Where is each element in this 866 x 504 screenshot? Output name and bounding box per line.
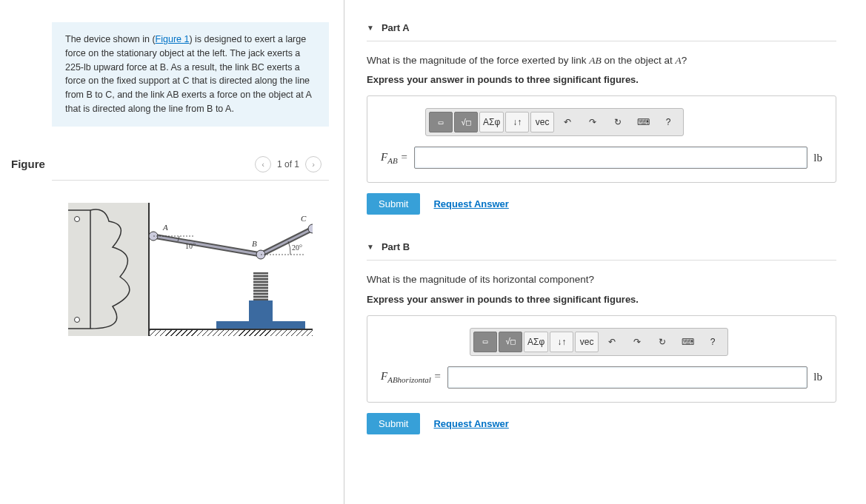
request-answer-link-b[interactable]: Request Answer: [433, 418, 508, 429]
part-b-instruction: Express your answer in pounds to three s…: [367, 294, 836, 305]
redo-button[interactable]: ↷: [581, 112, 604, 132]
answer-variable-b: FABhorizontal =: [381, 370, 442, 384]
figure-title: Figure: [11, 158, 45, 170]
caret-down-icon: ▼: [367, 24, 374, 32]
figure-prev-button[interactable]: ‹: [255, 156, 271, 172]
templates-button[interactable]: ▭: [429, 112, 453, 132]
keyboard-button[interactable]: ⌨: [676, 332, 699, 352]
figure-link[interactable]: Figure 1: [156, 34, 190, 44]
answer-input-b[interactable]: [447, 366, 808, 389]
subsup-button[interactable]: ↓↑: [550, 332, 573, 352]
subsup-button[interactable]: ↓↑: [505, 112, 529, 132]
divider: [52, 180, 329, 181]
greek-button[interactable]: ΑΣφ: [524, 332, 548, 352]
svg-line-3: [261, 229, 313, 255]
reset-button[interactable]: ↻: [606, 112, 630, 132]
part-a-answer-box: ▭ √□ ΑΣφ ↓↑ vec ↶ ↷ ↻ ⌨ ? FAB = lb: [367, 95, 836, 183]
equation-toolbar: ▭ √□ ΑΣφ ↓↑ vec ↶ ↷ ↻ ⌨ ?: [425, 108, 684, 136]
request-answer-link-a[interactable]: Request Answer: [433, 198, 508, 209]
vec-button[interactable]: vec: [575, 332, 599, 352]
figure-counter: 1 of 1: [277, 159, 299, 169]
answer-variable-a: FAB =: [381, 151, 408, 165]
help-button[interactable]: ?: [701, 332, 725, 352]
redo-button[interactable]: ↷: [625, 332, 649, 352]
greek-button[interactable]: ΑΣφ: [479, 112, 504, 132]
figure-diagram: A B C 10° 20°: [68, 203, 313, 336]
part-b-question: What is the magnitude of its horizontal …: [367, 272, 836, 287]
vec-button[interactable]: vec: [530, 112, 554, 132]
figure-next-button[interactable]: ›: [305, 156, 322, 172]
problem-statement: The device shown in (Figure 1) is design…: [52, 22, 329, 127]
templates-button[interactable]: ▭: [473, 332, 497, 352]
unit-a: lb: [813, 152, 822, 164]
sqrt-button[interactable]: √□: [454, 112, 478, 132]
submit-button-a[interactable]: Submit: [367, 193, 420, 215]
unit-b: lb: [813, 371, 822, 383]
part-b-header[interactable]: ▼ Part B: [367, 234, 836, 261]
svg-line-1: [153, 236, 261, 255]
part-a-question: What is the magnitude of the force exert…: [367, 53, 836, 68]
undo-button[interactable]: ↶: [556, 112, 579, 132]
sqrt-button[interactable]: √□: [499, 332, 522, 352]
answer-input-a[interactable]: [414, 147, 808, 169]
part-b-answer-box: ▭ √□ ΑΣφ ↓↑ vec ↶ ↷ ↻ ⌨ ? FABhorizontal …: [367, 315, 836, 403]
reset-button[interactable]: ↻: [650, 332, 674, 352]
keyboard-button[interactable]: ⌨: [631, 112, 655, 132]
caret-down-icon: ▼: [367, 243, 374, 251]
part-a-header[interactable]: ▼ Part A: [367, 15, 836, 41]
equation-toolbar-b: ▭ √□ ΑΣφ ↓↑ vec ↶ ↷ ↻ ⌨ ?: [470, 328, 728, 356]
help-button[interactable]: ?: [656, 112, 680, 132]
part-a-instruction: Express your answer in pounds to three s…: [367, 74, 836, 85]
submit-button-b[interactable]: Submit: [367, 413, 420, 434]
undo-button[interactable]: ↶: [600, 332, 624, 352]
